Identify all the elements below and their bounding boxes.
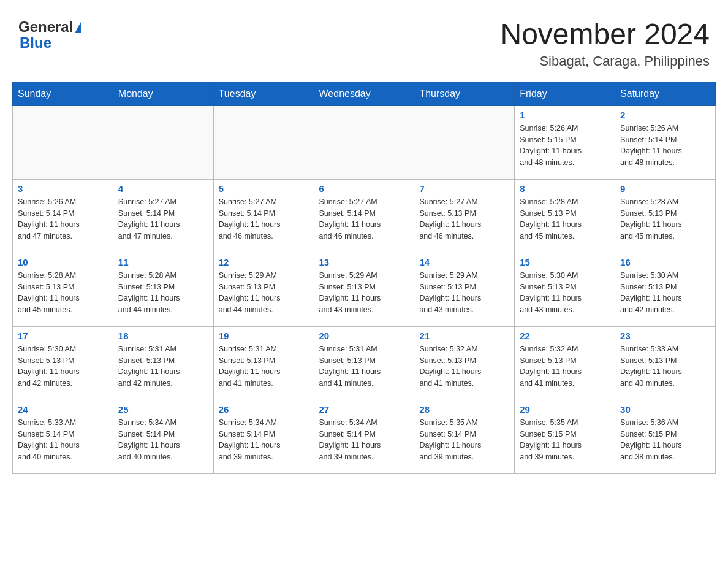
- day-info: Sunrise: 5:28 AMSunset: 5:13 PMDaylight:…: [118, 270, 208, 316]
- day-info: Sunrise: 5:27 AMSunset: 5:13 PMDaylight:…: [419, 196, 509, 242]
- day-number: 21: [419, 331, 509, 341]
- day-number: 6: [319, 183, 409, 194]
- day-number: 5: [219, 183, 309, 194]
- day-info: Sunrise: 5:32 AMSunset: 5:13 PMDaylight:…: [520, 343, 610, 389]
- table-row: 29Sunrise: 5:35 AMSunset: 5:15 PMDayligh…: [515, 400, 615, 473]
- table-row: 5Sunrise: 5:27 AMSunset: 5:14 PMDaylight…: [213, 179, 314, 253]
- day-number: 13: [319, 257, 409, 267]
- table-row: 3Sunrise: 5:26 AMSunset: 5:14 PMDaylight…: [13, 179, 113, 253]
- day-number: 12: [219, 257, 309, 267]
- header-sunday: Sunday: [13, 82, 113, 105]
- day-info: Sunrise: 5:29 AMSunset: 5:13 PMDaylight:…: [219, 270, 309, 316]
- table-row: 1Sunrise: 5:26 AMSunset: 5:15 PMDaylight…: [515, 105, 615, 179]
- day-number: 29: [520, 404, 610, 415]
- day-info: Sunrise: 5:26 AMSunset: 5:14 PMDaylight:…: [18, 196, 108, 242]
- day-number: 9: [620, 183, 710, 194]
- day-number: 28: [419, 404, 509, 415]
- calendar-week-row: 24Sunrise: 5:33 AMSunset: 5:14 PMDayligh…: [13, 400, 716, 473]
- day-info: Sunrise: 5:34 AMSunset: 5:14 PMDaylight:…: [118, 417, 208, 463]
- table-row: [113, 105, 213, 179]
- table-row: 11Sunrise: 5:28 AMSunset: 5:13 PMDayligh…: [113, 253, 213, 326]
- day-info: Sunrise: 5:36 AMSunset: 5:15 PMDaylight:…: [620, 417, 710, 463]
- table-row: 10Sunrise: 5:28 AMSunset: 5:13 PMDayligh…: [13, 253, 113, 326]
- day-info: Sunrise: 5:33 AMSunset: 5:14 PMDaylight:…: [18, 417, 108, 463]
- table-row: 23Sunrise: 5:33 AMSunset: 5:13 PMDayligh…: [615, 326, 716, 400]
- day-info: Sunrise: 5:33 AMSunset: 5:13 PMDaylight:…: [620, 343, 710, 389]
- day-number: 26: [219, 404, 309, 415]
- day-info: Sunrise: 5:34 AMSunset: 5:14 PMDaylight:…: [319, 417, 409, 463]
- day-number: 7: [419, 183, 509, 194]
- header-thursday: Thursday: [414, 82, 515, 105]
- day-info: Sunrise: 5:27 AMSunset: 5:14 PMDaylight:…: [319, 196, 409, 242]
- month-title: November 2024: [500, 18, 710, 51]
- day-info: Sunrise: 5:28 AMSunset: 5:13 PMDaylight:…: [620, 196, 710, 242]
- day-info: Sunrise: 5:30 AMSunset: 5:13 PMDaylight:…: [620, 270, 710, 316]
- table-row: 15Sunrise: 5:30 AMSunset: 5:13 PMDayligh…: [515, 253, 615, 326]
- day-number: 17: [18, 331, 108, 341]
- day-number: 4: [118, 183, 208, 194]
- header-friday: Friday: [515, 82, 615, 105]
- day-number: 18: [118, 331, 208, 341]
- day-number: 14: [419, 257, 509, 267]
- logo-triangle-icon: [75, 22, 81, 33]
- day-number: 25: [118, 404, 208, 415]
- table-row: 20Sunrise: 5:31 AMSunset: 5:13 PMDayligh…: [314, 326, 414, 400]
- page-header: General Blue November 2024 Sibagat, Cara…: [12, 12, 716, 69]
- day-number: 23: [620, 331, 710, 341]
- logo-general-text: General: [18, 18, 73, 36]
- day-info: Sunrise: 5:26 AMSunset: 5:14 PMDaylight:…: [620, 123, 710, 169]
- day-info: Sunrise: 5:34 AMSunset: 5:14 PMDaylight:…: [219, 417, 309, 463]
- table-row: 13Sunrise: 5:29 AMSunset: 5:13 PMDayligh…: [314, 253, 414, 326]
- table-row: 8Sunrise: 5:28 AMSunset: 5:13 PMDaylight…: [515, 179, 615, 253]
- table-row: 18Sunrise: 5:31 AMSunset: 5:13 PMDayligh…: [113, 326, 213, 400]
- table-row: [13, 105, 113, 179]
- day-info: Sunrise: 5:30 AMSunset: 5:13 PMDaylight:…: [18, 343, 108, 389]
- day-number: 2: [620, 110, 710, 120]
- table-row: 24Sunrise: 5:33 AMSunset: 5:14 PMDayligh…: [13, 400, 113, 473]
- day-number: 11: [118, 257, 208, 267]
- day-info: Sunrise: 5:31 AMSunset: 5:13 PMDaylight:…: [319, 343, 409, 389]
- header-saturday: Saturday: [615, 82, 716, 105]
- table-row: 30Sunrise: 5:36 AMSunset: 5:15 PMDayligh…: [615, 400, 716, 473]
- calendar-week-row: 3Sunrise: 5:26 AMSunset: 5:14 PMDaylight…: [13, 179, 716, 253]
- logo: General Blue: [18, 18, 81, 52]
- day-number: 10: [18, 257, 108, 267]
- location-title: Sibagat, Caraga, Philippines: [500, 53, 710, 69]
- day-info: Sunrise: 5:28 AMSunset: 5:13 PMDaylight:…: [18, 270, 108, 316]
- table-row: 19Sunrise: 5:31 AMSunset: 5:13 PMDayligh…: [213, 326, 314, 400]
- day-info: Sunrise: 5:32 AMSunset: 5:13 PMDaylight:…: [419, 343, 509, 389]
- day-info: Sunrise: 5:31 AMSunset: 5:13 PMDaylight:…: [219, 343, 309, 389]
- day-info: Sunrise: 5:27 AMSunset: 5:14 PMDaylight:…: [219, 196, 309, 242]
- calendar-table: Sunday Monday Tuesday Wednesday Thursday…: [12, 82, 716, 474]
- table-row: 17Sunrise: 5:30 AMSunset: 5:13 PMDayligh…: [13, 326, 113, 400]
- day-number: 20: [319, 331, 409, 341]
- header-monday: Monday: [113, 82, 213, 105]
- table-row: 6Sunrise: 5:27 AMSunset: 5:14 PMDaylight…: [314, 179, 414, 253]
- day-number: 15: [520, 257, 610, 267]
- calendar-week-row: 17Sunrise: 5:30 AMSunset: 5:13 PMDayligh…: [13, 326, 716, 400]
- day-number: 1: [520, 110, 610, 120]
- table-row: [213, 105, 314, 179]
- calendar-week-row: 1Sunrise: 5:26 AMSunset: 5:15 PMDaylight…: [13, 105, 716, 179]
- day-info: Sunrise: 5:35 AMSunset: 5:15 PMDaylight:…: [520, 417, 610, 463]
- table-row: 16Sunrise: 5:30 AMSunset: 5:13 PMDayligh…: [615, 253, 716, 326]
- day-number: 8: [520, 183, 610, 194]
- table-row: 21Sunrise: 5:32 AMSunset: 5:13 PMDayligh…: [414, 326, 515, 400]
- day-number: 24: [18, 404, 108, 415]
- day-info: Sunrise: 5:28 AMSunset: 5:13 PMDaylight:…: [520, 196, 610, 242]
- table-row: 12Sunrise: 5:29 AMSunset: 5:13 PMDayligh…: [213, 253, 314, 326]
- table-row: [314, 105, 414, 179]
- title-section: November 2024 Sibagat, Caraga, Philippin…: [500, 18, 710, 69]
- day-info: Sunrise: 5:27 AMSunset: 5:14 PMDaylight:…: [118, 196, 208, 242]
- header-tuesday: Tuesday: [213, 82, 314, 105]
- day-info: Sunrise: 5:29 AMSunset: 5:13 PMDaylight:…: [319, 270, 409, 316]
- day-number: 22: [520, 331, 610, 341]
- table-row: 22Sunrise: 5:32 AMSunset: 5:13 PMDayligh…: [515, 326, 615, 400]
- day-info: Sunrise: 5:26 AMSunset: 5:15 PMDaylight:…: [520, 123, 610, 169]
- day-number: 27: [319, 404, 409, 415]
- day-info: Sunrise: 5:31 AMSunset: 5:13 PMDaylight:…: [118, 343, 208, 389]
- day-number: 19: [219, 331, 309, 341]
- table-row: 28Sunrise: 5:35 AMSunset: 5:14 PMDayligh…: [414, 400, 515, 473]
- table-row: 26Sunrise: 5:34 AMSunset: 5:14 PMDayligh…: [213, 400, 314, 473]
- header-wednesday: Wednesday: [314, 82, 414, 105]
